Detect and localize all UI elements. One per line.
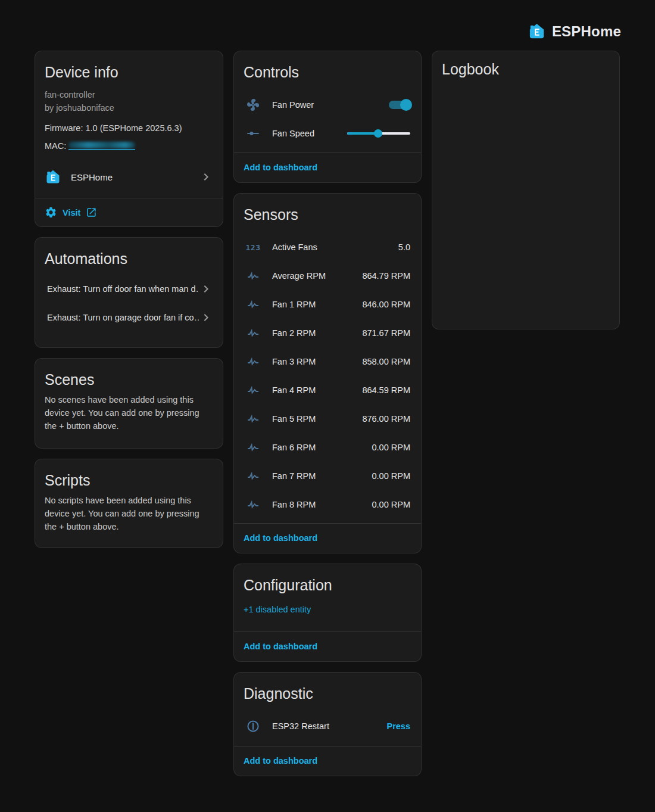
control-row-fan-speed: Fan Speed — [234, 119, 421, 148]
scripts-title: Scripts — [35, 459, 223, 494]
esphome-logo-icon — [528, 22, 546, 41]
pulse-icon — [246, 383, 260, 397]
scripts-empty-text: No scripts have been added using this de… — [35, 494, 223, 543]
diagnostic-footer: Add to dashboard — [234, 746, 421, 776]
automation-label: Exhaust: Turn on garage door fan if co… — [47, 313, 199, 322]
chevron-right-icon — [199, 282, 213, 296]
fan-power-toggle[interactable] — [389, 101, 410, 109]
sensor-label: Fan 5 RPM — [272, 414, 316, 424]
sensor-value: 864.59 RPM — [362, 385, 410, 395]
sensor-value: 0.00 RPM — [372, 471, 410, 481]
external-link-icon — [86, 207, 97, 218]
add-to-dashboard-link[interactable]: Add to dashboard — [244, 642, 317, 651]
mac-label: MAC: — [45, 141, 66, 151]
diagnostic-label: ESP32 Restart — [272, 721, 329, 731]
sensor-row[interactable]: Fan 4 RPM 864.59 RPM — [234, 376, 421, 405]
sensors-footer: Add to dashboard — [234, 523, 421, 553]
sensor-value: 858.00 RPM — [362, 357, 410, 366]
automation-row[interactable]: Exhaust: Turn on garage door fan if co… — [35, 303, 223, 332]
chevron-right-icon — [199, 310, 213, 325]
add-to-dashboard-link[interactable]: Add to dashboard — [244, 756, 317, 766]
chevron-right-icon — [199, 170, 213, 184]
integration-label: ESPHome — [71, 172, 113, 182]
sensor-label: Fan 4 RPM — [272, 385, 316, 395]
device-by-line: by joshuaboniface — [35, 101, 223, 114]
controls-footer: Add to dashboard — [234, 153, 421, 182]
pulse-icon — [246, 497, 260, 512]
device-info-title: Device info — [35, 51, 223, 88]
esphome-house-icon — [45, 169, 61, 185]
sensor-row[interactable]: Average RPM 864.79 RPM — [234, 262, 421, 290]
sensor-row[interactable]: Fan 3 RPM 858.00 RPM — [234, 347, 421, 376]
diagnostic-row-esp32-restart: ESP32 Restart Press — [234, 712, 421, 741]
controls-title: Controls — [234, 51, 421, 88]
logbook-title: Logbook — [432, 51, 619, 85]
scenes-empty-text: No scenes have been added using this dev… — [35, 393, 223, 442]
visit-row[interactable]: Visit — [35, 198, 223, 226]
pulse-icon — [246, 269, 260, 283]
sensor-label: Fan 1 RPM — [272, 300, 316, 309]
disabled-entities-link[interactable]: +1 disabled entity — [234, 601, 421, 614]
controls-card: Controls Fan Power Fan — [233, 51, 422, 183]
sensor-label: Active Fans — [272, 242, 317, 252]
sensor-row[interactable]: Fan 6 RPM 0.00 RPM — [234, 433, 421, 462]
counter-icon: 123 — [246, 240, 260, 254]
fan-icon — [246, 98, 260, 112]
configuration-footer: Add to dashboard — [234, 631, 421, 661]
esphome-brand: ESPHome — [528, 22, 621, 41]
sensor-value: 864.79 RPM — [362, 271, 410, 281]
press-button[interactable]: Press — [386, 721, 410, 731]
configuration-card: Configuration +1 disabled entity Add to … — [233, 564, 422, 662]
slider-icon — [246, 126, 260, 141]
automations-card: Automations Exhaust: Turn off door fan w… — [35, 237, 223, 348]
configuration-title: Configuration — [234, 564, 421, 601]
mac-line: MAC: — [35, 139, 223, 153]
device-info-card: Device info fan-controller by joshuaboni… — [35, 51, 223, 227]
scripts-card: Scripts No scripts have been added using… — [35, 459, 223, 548]
pulse-icon — [246, 469, 260, 483]
sensor-label: Average RPM — [272, 271, 326, 281]
sensors-card: Sensors 123 Active Fans 5.0 Average RPM … — [233, 193, 422, 553]
sensor-row[interactable]: Fan 7 RPM 0.00 RPM — [234, 462, 421, 490]
pulse-icon — [246, 440, 260, 455]
visit-link[interactable]: Visit — [63, 208, 80, 217]
add-to-dashboard-link[interactable]: Add to dashboard — [244, 533, 317, 543]
sensor-row[interactable]: Fan 1 RPM 846.00 RPM — [234, 290, 421, 319]
sensor-value: 846.00 RPM — [362, 300, 410, 309]
gear-icon — [45, 206, 57, 219]
sensor-row[interactable]: Fan 8 RPM 0.00 RPM — [234, 490, 421, 519]
integration-row-esphome[interactable]: ESPHome — [35, 163, 223, 191]
automation-label: Exhaust: Turn off door fan when man d… — [47, 284, 199, 294]
fan-speed-slider[interactable] — [347, 129, 410, 138]
sensor-label: Fan 8 RPM — [272, 500, 316, 509]
sensor-value: 0.00 RPM — [372, 500, 410, 509]
control-label: Fan Speed — [272, 129, 314, 138]
sensor-row[interactable]: Fan 2 RPM 871.67 RPM — [234, 319, 421, 347]
power-cycle-icon — [246, 719, 260, 733]
sensor-value: 871.67 RPM — [362, 328, 410, 338]
sensor-row[interactable]: Fan 5 RPM 876.00 RPM — [234, 405, 421, 433]
main-columns: Device info fan-controller by joshuaboni… — [35, 51, 620, 776]
scenes-title: Scenes — [35, 359, 223, 393]
pulse-icon — [246, 354, 260, 369]
pulse-icon — [246, 412, 260, 426]
add-to-dashboard-link[interactable]: Add to dashboard — [244, 163, 317, 172]
sensor-label: Fan 3 RPM — [272, 357, 316, 366]
sensor-label: Fan 7 RPM — [272, 471, 316, 481]
sensor-row[interactable]: 123 Active Fans 5.0 — [234, 233, 421, 262]
mac-redacted-value — [68, 142, 135, 150]
sensors-title: Sensors — [234, 194, 421, 231]
automations-title: Automations — [35, 238, 223, 275]
sensor-value: 0.00 RPM — [372, 443, 410, 452]
sensor-value: 5.0 — [398, 242, 410, 252]
automation-row[interactable]: Exhaust: Turn off door fan when man d… — [35, 275, 223, 303]
pulse-icon — [246, 297, 260, 312]
control-label: Fan Power — [272, 100, 314, 110]
brand-title: ESPHome — [552, 23, 621, 40]
diagnostic-title: Diagnostic — [234, 673, 421, 710]
slider-thumb[interactable] — [374, 129, 382, 138]
logbook-card: Logbook — [432, 51, 620, 329]
diagnostic-card: Diagnostic ESP32 Restart Press Add to da… — [233, 672, 422, 776]
pulse-icon — [246, 326, 260, 340]
device-name: fan-controller — [35, 88, 223, 101]
